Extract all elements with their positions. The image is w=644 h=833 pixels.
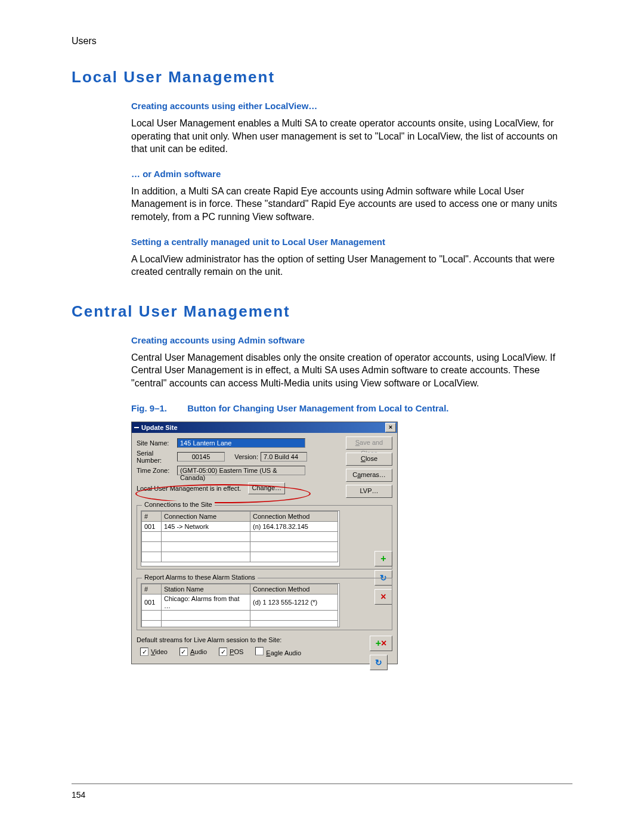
col-conn-name[interactable]: Connection Name (162, 511, 250, 521)
alarm-stations-table[interactable]: # Station Name Connection Method 001 Chi… (141, 584, 338, 627)
plus-icon: + (380, 553, 386, 564)
col-num[interactable]: # (142, 511, 162, 521)
change-button[interactable]: Change… (248, 482, 285, 494)
col-station-method[interactable]: Connection Method (250, 584, 338, 594)
checkbox-icon (140, 648, 148, 656)
subhead-central-admin: Creating accounts using Admin software (131, 335, 561, 345)
time-zone-field[interactable]: (GMT-05:00) Eastern Time (US & Canada) (177, 466, 305, 475)
site-name-field[interactable]: 145 Lantern Lane (177, 438, 305, 448)
connections-table[interactable]: # Connection Name Connection Method 001 … (141, 511, 338, 562)
add-connection-button[interactable]: + (374, 551, 392, 566)
figure-number: Fig. 9–1. (131, 403, 185, 413)
alarms-legend: Report Alarms to these Alarm Stations (142, 574, 258, 581)
table-row[interactable]: 001 145 -> Network (n) 164.178.32.145 (142, 521, 338, 531)
user-management-status: Local User Management is in effect. (137, 485, 241, 492)
audio-checkbox[interactable]: Audio (179, 648, 207, 656)
save-and-close-button[interactable]: Save and Close (346, 436, 392, 450)
col-conn-method[interactable]: Connection Method (250, 511, 338, 521)
figure-caption-text: Button for Changing User Management from… (187, 403, 448, 413)
version-field: 7.0 Build 44 (261, 452, 307, 462)
plus-icon: + (376, 638, 381, 649)
label-version: Version: (228, 453, 261, 460)
subhead-localview: Creating accounts using either LocalView… (131, 101, 561, 111)
add-remove-alarm-button[interactable]: +× (370, 636, 392, 651)
eagle-audio-checkbox[interactable]: Eagle Audio (255, 647, 301, 657)
para-local-2: In addition, a Multi SA can create Rapid… (131, 185, 561, 224)
checkbox-icon (219, 648, 227, 656)
update-site-dialog: Update Site × Save and Close Close Camer… (131, 422, 398, 664)
figure-caption: Fig. 9–1. Button for Changing User Manag… (131, 403, 561, 413)
checkbox-icon (179, 648, 188, 656)
checkbox-icon (255, 647, 264, 655)
window-minimize-icon (134, 427, 139, 428)
edit-alarm-button[interactable]: ↻ (370, 655, 388, 670)
label-time-zone: Time Zone: (137, 467, 177, 474)
para-local-3: A LocalView administrator has the option… (131, 253, 561, 278)
label-site-name: Site Name: (137, 439, 177, 447)
close-icon[interactable]: × (385, 423, 396, 432)
col-station-name[interactable]: Station Name (162, 584, 250, 594)
para-central-1: Central User Management disables only th… (131, 351, 561, 390)
col-num[interactable]: # (142, 584, 162, 594)
figure-update-site-dialog: Update Site × Save and Close Close Camer… (131, 422, 572, 664)
subhead-set-local: Setting a centrally managed unit to Loca… (131, 237, 561, 247)
subhead-admin-software: … or Admin software (131, 169, 561, 179)
close-button[interactable]: Close (346, 453, 392, 466)
page-footer: 154 (72, 784, 572, 800)
dialog-titlebar[interactable]: Update Site × (132, 422, 397, 433)
breadcrumb: Users (72, 36, 572, 47)
refresh-icon: ↻ (375, 658, 382, 667)
label-serial-number: Serial Number: (137, 450, 177, 464)
default-streams-label: Default streams for Live Alarm session t… (137, 636, 392, 643)
connections-legend: Connections to the Site (142, 501, 215, 508)
table-row[interactable]: 001 Chicago: Alarms from that … (d) 1 12… (142, 594, 338, 610)
dialog-title: Update Site (141, 424, 178, 431)
pos-checkbox[interactable]: POS (219, 648, 243, 656)
serial-number-field: 00145 (177, 452, 225, 462)
heading-central-user-management: Central User Management (72, 302, 572, 321)
heading-local-user-management: Local User Management (72, 68, 572, 86)
lvp-button[interactable]: LVP… (346, 485, 392, 498)
para-local-1: Local User Management enables a Multi SA… (131, 117, 561, 156)
x-icon: × (381, 638, 386, 649)
cameras-button[interactable]: Cameras… (346, 469, 392, 482)
page-number: 154 (72, 790, 85, 800)
video-checkbox[interactable]: Video (140, 648, 168, 656)
